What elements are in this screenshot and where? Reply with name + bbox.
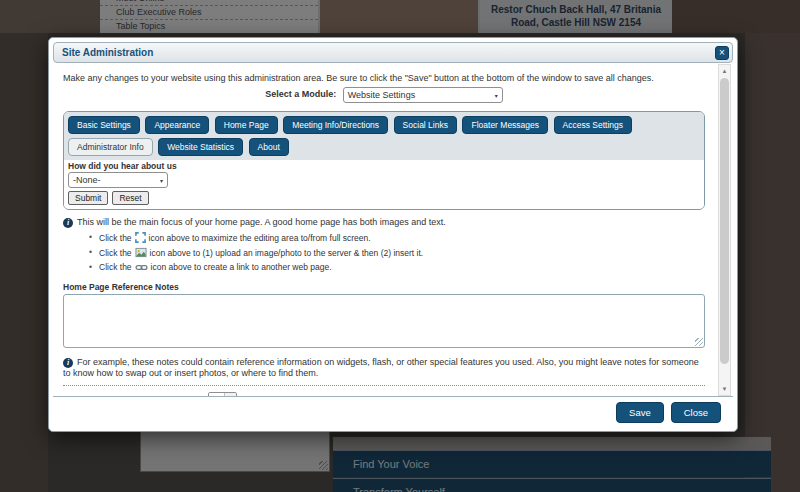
bullet-text: icon above to maximize the editing area … (149, 233, 371, 243)
info-main-row: iThis will be the main focus of your hom… (63, 217, 705, 228)
dialog-scrollbar[interactable]: ▲ ▼ (718, 64, 731, 396)
bullet-text: icon above to (1) upload an image/photo … (150, 248, 424, 258)
dialog-close-button[interactable]: × (715, 46, 729, 60)
hear-about-value: -None- (73, 175, 101, 185)
dialog-title: Site Administration (54, 43, 732, 62)
reset-button[interactable]: Reset (112, 191, 148, 205)
tab-strip: Basic Settings Appearance Home Page Meet… (64, 112, 704, 160)
tab-home-page[interactable]: Home Page (215, 116, 278, 134)
list-item: Click theicon above to maximize the edit… (99, 232, 705, 243)
dialog-body: Make any changes to your website using t… (53, 67, 733, 396)
dotted-divider (63, 385, 705, 386)
hear-about-row: -None- ▾ (68, 172, 700, 188)
notes-textarea[interactable] (63, 294, 705, 348)
scroll-down-icon[interactable]: ▼ (719, 383, 730, 395)
chevron-down-icon: ▾ (160, 177, 163, 184)
notes-label: Home Page Reference Notes (63, 282, 705, 292)
bullet-prefix: Click the (99, 233, 132, 243)
tab-panel: How did you hear about us -None- ▾ Submi… (64, 160, 704, 209)
module-select-value: Website Settings (348, 90, 415, 100)
module-select-row: Select a Module: Website Settings ▾ (63, 87, 705, 103)
bullet-text: icon above to create a link to another w… (151, 262, 332, 272)
dialog-titlebar[interactable]: Site Administration × (53, 42, 733, 63)
bullet-prefix: Click the (99, 248, 132, 258)
dialog-footer: Save Close (53, 396, 733, 427)
tab-appearance[interactable]: Appearance (145, 116, 209, 134)
tab-about[interactable]: About (249, 138, 289, 156)
editor-tips-list: Click theicon above to maximize the edit… (99, 232, 705, 272)
save-button[interactable]: Save (616, 402, 664, 423)
module-select[interactable]: Website Settings ▾ (343, 87, 503, 103)
link-icon (135, 263, 148, 272)
info-notes-text: For example, these notes could contain r… (63, 357, 699, 378)
close-icon: × (719, 47, 725, 58)
module-select-label: Select a Module: (265, 89, 336, 99)
tab-administrator-info[interactable]: Administrator Info (68, 138, 153, 156)
info-main-text: This will be the main focus of your home… (77, 217, 446, 227)
list-item: Click theicon above to (1) upload an ima… (99, 247, 705, 258)
tab-floater-messages[interactable]: Floater Messages (462, 116, 548, 134)
scrollbar-thumb[interactable] (720, 78, 729, 364)
list-item: Click theicon above to create a link to … (99, 262, 705, 272)
close-button[interactable]: Close (671, 402, 721, 423)
submit-button[interactable]: Submit (68, 191, 108, 205)
maximize-icon (135, 232, 146, 243)
scroll-up-icon[interactable]: ▲ (719, 65, 730, 77)
screen: Meet Online Club Executive Roles Table T… (0, 0, 800, 492)
settings-tab-container: Basic Settings Appearance Home Page Meet… (63, 111, 705, 210)
tab-social-links[interactable]: Social Links (394, 116, 457, 134)
info-icon: i (63, 358, 73, 368)
notes-field-wrap (63, 294, 705, 350)
intro-text: Make any changes to your website using t… (63, 73, 705, 83)
info-icon: i (63, 218, 73, 228)
tab-access-settings[interactable]: Access Settings (554, 116, 632, 134)
chevron-down-icon: ▾ (495, 92, 498, 99)
tab-meeting-info-directions[interactable]: Meeting Info/Directions (283, 116, 388, 134)
resize-handle-icon[interactable] (695, 338, 703, 346)
site-administration-dialog: Site Administration × Make any changes t… (48, 37, 738, 432)
tab-basic-settings[interactable]: Basic Settings (68, 116, 140, 134)
info-notes-row: iFor example, these notes could contain … (63, 357, 705, 378)
hear-about-select[interactable]: -None- ▾ (68, 172, 168, 188)
image-icon (135, 247, 147, 258)
tab-website-statistics[interactable]: Website Statistics (158, 138, 243, 156)
bullet-prefix: Click the (99, 262, 132, 272)
hear-about-label: How did you hear about us (68, 161, 700, 171)
